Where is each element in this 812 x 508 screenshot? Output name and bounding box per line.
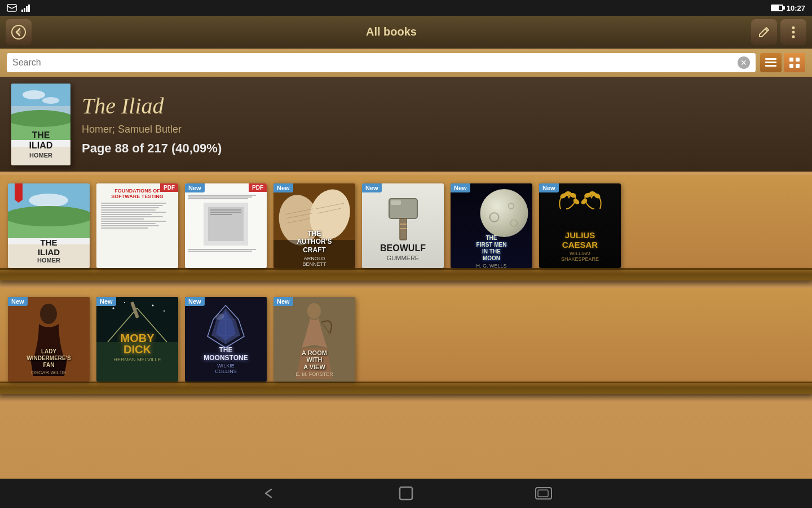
svg-point-64 xyxy=(113,308,114,309)
svg-rect-16 xyxy=(796,64,800,68)
svg-point-46 xyxy=(489,213,498,222)
shelf-plank-1 xyxy=(0,268,812,281)
svg-rect-44 xyxy=(391,200,401,205)
grid-view-icon xyxy=(789,58,800,68)
featured-book-banner[interactable]: THEILIAD HOMER The Iliad Homer; Samuel B… xyxy=(0,77,812,172)
book-authors-craft[interactable]: New xyxy=(273,183,355,268)
shelf-1-books: THEILIAD HOMER PDF FOUNDATIONS OF SOFTWA… xyxy=(0,175,812,268)
book-room-view[interactable]: New A ROOMWITHA VIEW E. M. FORSTER xyxy=(273,297,355,382)
book-moonstone[interactable]: New THEMOONSTONE WILKIECOLLINS xyxy=(185,297,267,382)
more-icon xyxy=(792,26,795,38)
book-abstract-pdf[interactable]: New PDF xyxy=(185,183,267,268)
svg-rect-11 xyxy=(765,62,776,63)
svg-point-77 xyxy=(307,303,321,319)
svg-point-67 xyxy=(164,310,165,312)
julius-caesar-laurel xyxy=(555,189,606,229)
svg-rect-10 xyxy=(765,58,776,60)
signal-icon xyxy=(21,4,33,12)
svg-point-20 xyxy=(42,97,59,104)
svg-point-9 xyxy=(792,35,795,38)
svg-point-6 xyxy=(16,30,21,34)
back-button[interactable] xyxy=(6,19,32,45)
toolbar-right xyxy=(751,19,806,45)
pdf-badge-foundations: PDF xyxy=(160,183,178,192)
nav-back-icon xyxy=(260,485,277,502)
badge-new-beowulf: New xyxy=(362,183,382,192)
view-toggle-group xyxy=(760,53,805,72)
book-first-men[interactable]: New THEFIRST MENIN THEMOON H. G. WELLS xyxy=(451,183,532,268)
iliad-bookmark-small xyxy=(15,183,23,203)
search-bar: ✕ xyxy=(0,49,812,77)
featured-book-cover: THEILIAD HOMER xyxy=(11,84,70,165)
svg-point-66 xyxy=(152,305,154,306)
svg-rect-0 xyxy=(7,5,16,11)
edit-icon xyxy=(757,25,771,39)
book-julius-caesar[interactable]: New JULIUSCAESAR xyxy=(539,183,621,268)
book-foundations[interactable]: PDF FOUNDATIONS OF SOFTWARE TESTING xyxy=(96,183,178,268)
search-input-wrapper[interactable]: ✕ xyxy=(7,53,756,72)
featured-book-info: The Iliad Homer; Samuel Butler Page 88 o… xyxy=(82,93,801,156)
book-iliad[interactable]: THEILIAD HOMER xyxy=(8,183,90,268)
notification-icon xyxy=(7,4,17,12)
clock: 10:27 xyxy=(787,4,805,12)
nav-home-icon xyxy=(398,485,414,501)
badge-new-moonstone: New xyxy=(185,297,205,306)
badge-new-julius: New xyxy=(539,183,559,192)
svg-rect-2 xyxy=(24,8,25,12)
beowulf-hammer-art xyxy=(375,196,431,241)
shelf-shadow-2 xyxy=(0,394,812,402)
shelf-shadow-1 xyxy=(0,281,812,288)
badge-new-first-men: New xyxy=(451,183,470,192)
grid-view-button[interactable] xyxy=(784,53,805,72)
search-input[interactable] xyxy=(12,58,738,68)
svg-point-47 xyxy=(508,203,514,209)
svg-rect-81 xyxy=(538,490,548,497)
status-icons-left xyxy=(7,4,33,12)
back-icon xyxy=(11,24,27,40)
bookshelf-2: New LADYWINDERMERE'SFAN OSCAR WILDE New xyxy=(0,288,812,402)
toolbar: All books xyxy=(0,16,812,49)
svg-point-48 xyxy=(510,220,517,226)
book-beowulf[interactable]: New BEOWULF GUMMERE xyxy=(362,183,444,268)
badge-new-moby: New xyxy=(96,297,116,306)
toolbar-title: All books xyxy=(32,25,751,38)
bookshelf-1: THEILIAD HOMER PDF FOUNDATIONS OF SOFTWA… xyxy=(0,175,812,288)
featured-book-progress: Page 88 of 217 (40,09%) xyxy=(82,141,801,156)
nav-back-button[interactable] xyxy=(256,484,281,503)
svg-point-45 xyxy=(480,189,527,237)
iliad-cover-art: THEILIAD HOMER xyxy=(11,84,70,165)
list-view-icon xyxy=(765,58,776,68)
badge-new-room: New xyxy=(273,297,293,306)
shelf-2-books: New LADYWINDERMERE'SFAN OSCAR WILDE New xyxy=(0,288,812,382)
nav-recent-icon xyxy=(535,487,553,500)
svg-point-26 xyxy=(29,194,68,207)
battery-icon xyxy=(771,5,783,11)
pdf-badge-abstract: PDF xyxy=(249,183,267,192)
status-bar: 10:27 xyxy=(0,0,812,16)
svg-point-65 xyxy=(124,302,125,303)
featured-book-author: Homer; Samuel Butler xyxy=(82,124,801,135)
list-view-button[interactable] xyxy=(760,53,782,72)
nav-bar xyxy=(0,479,812,508)
svg-rect-1 xyxy=(21,10,23,12)
svg-rect-15 xyxy=(789,64,793,68)
nav-home-button[interactable] xyxy=(394,484,418,503)
book-lady-windermere[interactable]: New LADYWINDERMERE'SFAN OSCAR WILDE xyxy=(8,297,90,382)
featured-book-title: The Iliad xyxy=(82,93,801,119)
svg-rect-3 xyxy=(26,6,28,12)
status-icons-right: 10:27 xyxy=(771,4,805,12)
badge-new-lady: New xyxy=(8,297,28,306)
badge-new-authors-craft: New xyxy=(273,183,293,192)
moon-craters xyxy=(480,189,528,237)
search-clear-button[interactable]: ✕ xyxy=(738,56,750,69)
svg-point-22 xyxy=(11,110,70,127)
nav-recent-button[interactable] xyxy=(531,484,556,503)
edit-button[interactable] xyxy=(751,19,777,45)
svg-rect-13 xyxy=(789,58,793,62)
svg-rect-79 xyxy=(400,487,412,500)
badge-new-abstract: New xyxy=(185,183,205,192)
menu-button[interactable] xyxy=(780,19,806,45)
svg-point-28 xyxy=(8,206,90,226)
svg-point-58 xyxy=(40,304,57,324)
book-moby-dick[interactable]: New MOBYDICK xyxy=(96,297,178,382)
